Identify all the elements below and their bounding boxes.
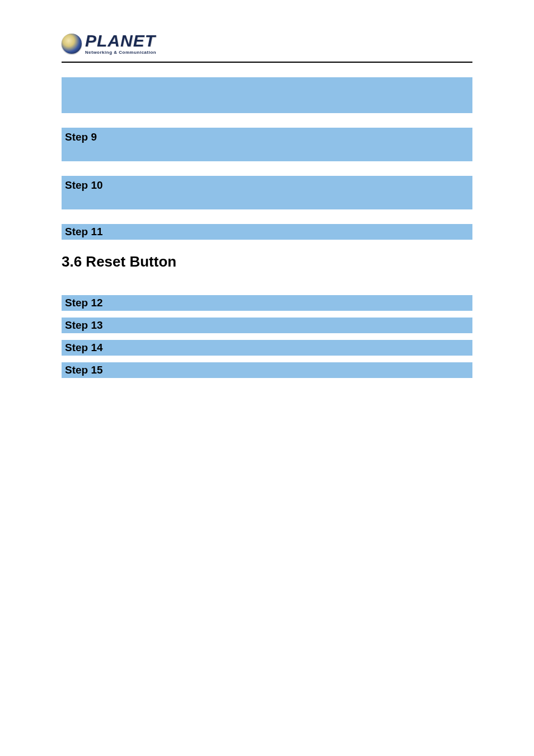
globe-icon xyxy=(62,34,82,54)
step-11-band: Step 11 xyxy=(62,224,472,240)
step-14-band: Step 14 xyxy=(62,340,472,356)
step-12-band: Step 12 xyxy=(62,295,472,311)
brand-text: PLANET Networking & Communication xyxy=(85,32,156,55)
document-page: PLANET Networking & Communication Step 9… xyxy=(0,0,534,756)
blank-band xyxy=(62,77,472,113)
brand-tagline: Networking & Communication xyxy=(85,50,156,55)
step-10-band: Step 10 xyxy=(62,176,472,209)
step-label: Step 12 xyxy=(65,297,103,309)
step-label: Step 13 xyxy=(65,319,103,332)
step-label: Step 10 xyxy=(65,179,103,192)
step-label: Step 9 xyxy=(65,131,97,143)
step-label: Step 15 xyxy=(65,364,103,376)
step-13-band: Step 13 xyxy=(62,318,472,333)
brand-logo: PLANET Networking & Communication xyxy=(62,32,472,55)
brand-word: PLANET xyxy=(85,32,156,49)
step-label: Step 14 xyxy=(65,342,103,354)
header-divider xyxy=(62,62,472,63)
step-15-band: Step 15 xyxy=(62,362,472,378)
step-9-band: Step 9 xyxy=(62,128,472,161)
step-label: Step 11 xyxy=(65,226,103,238)
section-heading: 3.6 Reset Button xyxy=(62,253,472,270)
